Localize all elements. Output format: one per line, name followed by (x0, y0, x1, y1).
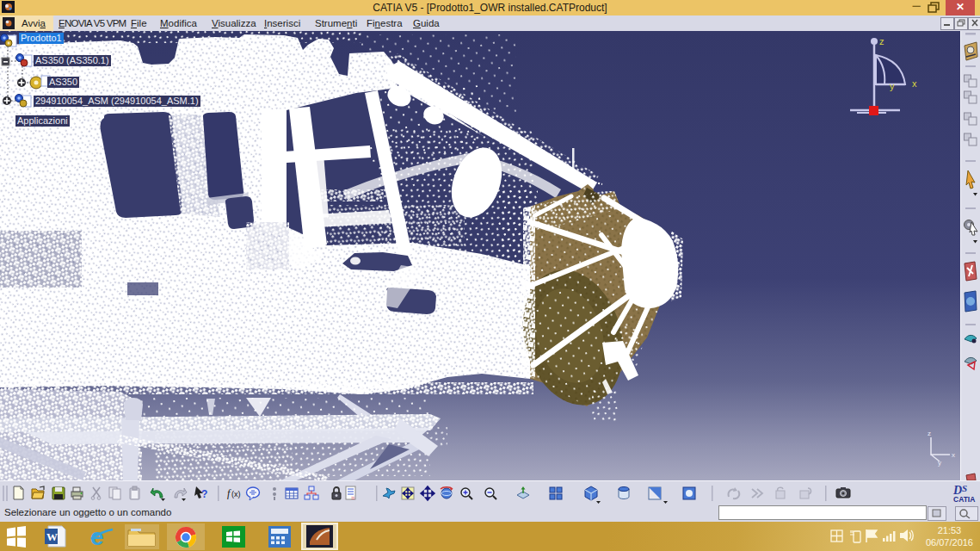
svg-text:S: S (962, 483, 967, 493)
svg-text:y: y (890, 81, 895, 91)
svg-text:x: x (912, 78, 917, 89)
svg-text:?: ? (201, 488, 207, 500)
svg-text:z: z (879, 36, 884, 46)
svg-text:x: x (952, 451, 955, 459)
svg-text:CATIA: CATIA (953, 495, 975, 504)
svg-text:=: = (351, 494, 355, 502)
svg-text:W: W (46, 530, 58, 543)
svg-text:z: z (928, 430, 931, 437)
svg-text:(x): (x) (231, 490, 241, 498)
svg-text:y: y (938, 459, 941, 467)
